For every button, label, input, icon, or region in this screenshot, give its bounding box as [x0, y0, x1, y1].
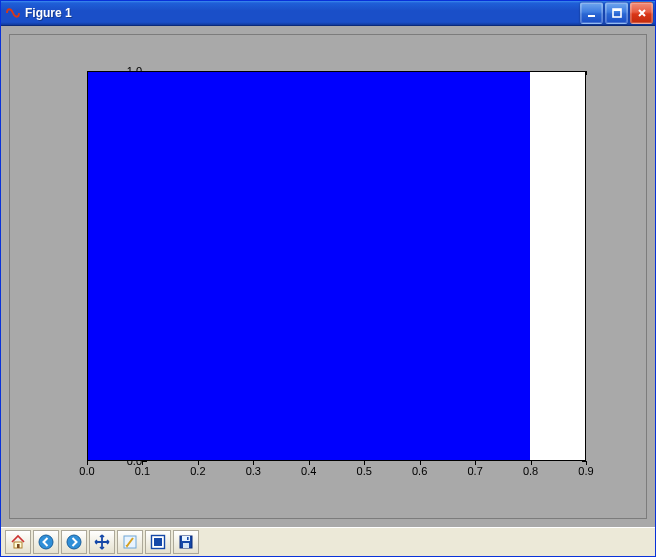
client-area: 0.00.20.40.60.81.00.00.10.20.30.40.50.60…	[1, 26, 655, 527]
save-icon	[177, 533, 195, 551]
close-button[interactable]	[630, 2, 653, 24]
x-tick-mark	[531, 461, 532, 465]
window-title: Figure 1	[25, 6, 580, 20]
x-tick-label: 0.8	[516, 465, 546, 477]
save-button[interactable]	[173, 530, 199, 554]
svg-point-6	[67, 535, 81, 549]
x-tick-mark	[309, 461, 310, 465]
x-tick-mark	[475, 461, 476, 465]
maximize-icon	[611, 7, 623, 19]
x-tick-mark	[364, 461, 365, 465]
x-tick-label: 0.7	[460, 465, 490, 477]
svg-rect-0	[588, 15, 595, 17]
window-buttons	[580, 2, 653, 24]
x-tick-mark	[586, 461, 587, 465]
x-tick-label: 0.0	[72, 465, 102, 477]
x-tick-label: 0.6	[405, 465, 435, 477]
back-button[interactable]	[33, 530, 59, 554]
forward-button[interactable]	[61, 530, 87, 554]
close-icon	[636, 7, 648, 19]
x-tick-label: 0.1	[127, 465, 157, 477]
svg-rect-13	[187, 537, 189, 540]
figure-window: Figure 1 0.00.20.40.60.81.00.00.10.20.30…	[0, 0, 656, 557]
subplots-button[interactable]	[145, 530, 171, 554]
x-tick-mark	[586, 71, 587, 75]
minimize-button[interactable]	[580, 2, 603, 24]
filled-region	[88, 72, 530, 460]
navigation-toolbar	[1, 527, 655, 556]
x-tick-label: 0.3	[238, 465, 268, 477]
zoom-rect-icon	[121, 533, 139, 551]
svg-rect-2	[613, 9, 621, 11]
svg-rect-12	[183, 543, 189, 548]
arrow-left-icon	[37, 533, 55, 551]
move-icon	[93, 533, 111, 551]
zoom-button[interactable]	[117, 530, 143, 554]
home-icon	[9, 533, 27, 551]
plot-area[interactable]	[87, 71, 586, 461]
subplots-icon	[149, 533, 167, 551]
y-tick-mark	[143, 461, 147, 462]
svg-point-5	[39, 535, 53, 549]
minimize-icon	[586, 7, 598, 19]
x-tick-mark	[420, 461, 421, 465]
pan-button[interactable]	[89, 530, 115, 554]
svg-rect-11	[182, 536, 190, 541]
x-tick-mark	[253, 461, 254, 465]
x-tick-mark	[198, 461, 199, 465]
home-button[interactable]	[5, 530, 31, 554]
figure-canvas[interactable]: 0.00.20.40.60.81.00.00.10.20.30.40.50.60…	[9, 34, 647, 519]
svg-rect-9	[154, 538, 162, 546]
app-icon	[5, 5, 21, 21]
x-tick-label: 0.2	[183, 465, 213, 477]
x-tick-label: 0.4	[294, 465, 324, 477]
maximize-button[interactable]	[605, 2, 628, 24]
arrow-right-icon	[65, 533, 83, 551]
titlebar[interactable]: Figure 1	[1, 1, 655, 26]
x-tick-label: 0.5	[349, 465, 379, 477]
svg-rect-4	[17, 544, 20, 548]
x-tick-mark	[87, 461, 88, 465]
x-tick-label: 0.9	[571, 465, 601, 477]
x-tick-mark	[142, 461, 143, 465]
